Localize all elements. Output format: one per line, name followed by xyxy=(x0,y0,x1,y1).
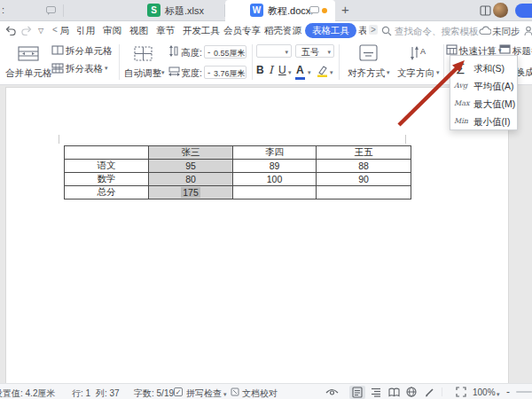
table-cell[interactable]: 89 xyxy=(233,160,317,173)
ink-pen-icon[interactable] xyxy=(424,387,434,397)
height-plus[interactable]: + xyxy=(238,47,243,57)
bold-button[interactable]: B xyxy=(256,64,264,76)
table-cell[interactable]: 100 xyxy=(233,173,317,186)
tab-partial-document[interactable]: : xyxy=(0,0,63,21)
width-minus[interactable]: - xyxy=(207,67,210,77)
font-size-value: 五号 xyxy=(301,46,319,59)
ribbon-tab-section[interactable]: 章节 xyxy=(156,25,175,37)
ribbon-tab-view[interactable]: 视图 xyxy=(129,25,148,37)
ribbon-tab-docer[interactable]: 稻壳资源 xyxy=(264,25,301,37)
chevron-down-icon: ▾ xyxy=(436,69,440,76)
table-cell-selected[interactable]: 张三 xyxy=(149,146,233,160)
collaborate-icon[interactable] xyxy=(524,26,532,36)
split-cells-icon xyxy=(51,45,64,55)
table-cell-selected[interactable]: 175 xyxy=(149,186,233,200)
font-size-combo[interactable]: 五号 ▾ xyxy=(295,44,334,58)
table-cell-selected[interactable]: 95 xyxy=(149,160,233,173)
new-tab-button[interactable]: + xyxy=(341,2,349,17)
split-table-button[interactable]: 拆分表格 ▾ xyxy=(51,62,113,75)
table-cell[interactable]: 王五 xyxy=(317,146,411,160)
height-value[interactable]: 0.55厘米 xyxy=(214,48,237,59)
menu-item-min[interactable]: Min 最小值(I) xyxy=(450,113,517,130)
unsaved-dot xyxy=(322,8,327,13)
ribbon-tab-overflow[interactable]: 表 xyxy=(358,25,366,37)
sync-status[interactable]: 未同步 xyxy=(492,26,520,38)
ribbon-tab-member[interactable]: 会员专享 xyxy=(223,25,261,37)
proofread-button[interactable]: 文档校对 xyxy=(242,387,278,399)
table-cell[interactable]: 数学 xyxy=(65,173,149,186)
split-table-icon xyxy=(51,63,64,74)
width-value[interactable]: 3.76厘米 xyxy=(214,68,237,80)
width-plus[interactable]: + xyxy=(238,67,243,77)
svg-text:A: A xyxy=(420,47,426,56)
font-color-button[interactable]: A xyxy=(296,64,304,76)
document-page[interactable] xyxy=(5,87,509,383)
table-cell[interactable]: 总分 xyxy=(65,186,149,200)
table-cell[interactable]: 语文 xyxy=(65,160,149,173)
height-label: 高度: xyxy=(181,47,202,59)
chevron-down-icon: ▾ xyxy=(327,49,331,56)
font-name-combo[interactable]: ▾ xyxy=(256,44,292,58)
table-cell[interactable]: 88 xyxy=(317,160,411,173)
page-view-icon[interactable] xyxy=(352,387,363,398)
toolbar-separator xyxy=(119,44,120,80)
text-direction-button[interactable]: A 文字方向 ▾ xyxy=(395,42,442,82)
member-pill-button[interactable] xyxy=(515,4,532,18)
ribbon-tab-table-tools[interactable]: 表格工具 xyxy=(305,23,356,38)
chevron-down-icon: ▾ xyxy=(223,391,227,398)
table-cell[interactable] xyxy=(317,186,411,200)
ribbon-tab-review[interactable]: 审阅 xyxy=(103,25,121,37)
quick-calc-icon xyxy=(446,44,458,55)
wps-writer-window: : S 标题.xlsx W 教程.docx + ▽ < xyxy=(0,0,532,399)
menu-item-average[interactable]: Avg 平均值(A) xyxy=(450,77,517,95)
row-height-icon xyxy=(168,45,178,57)
width-stepper[interactable]: - 3.76厘米 + xyxy=(204,66,246,79)
line-indicator: 行: 1 xyxy=(72,387,90,399)
read-view-icon[interactable] xyxy=(388,387,400,397)
align-button[interactable]: 对齐方式 ▾ xyxy=(346,42,392,82)
spellcheck-toggle[interactable]: 拼写检查 xyxy=(186,387,222,399)
highlight-pen-icon[interactable] xyxy=(316,65,329,77)
table-cell[interactable]: 李四 xyxy=(233,146,317,160)
table-cell[interactable]: 90 xyxy=(317,173,411,186)
chevron-down-icon: ▾ xyxy=(285,49,288,56)
redo-icon[interactable] xyxy=(20,26,32,35)
search-input[interactable]: 查找命令、搜索模板 xyxy=(395,26,479,38)
tab-sheet-document[interactable]: S 标题.xlsx xyxy=(64,0,224,21)
italic-button[interactable]: I xyxy=(269,64,273,76)
chevron-down-icon: ▾ xyxy=(497,391,500,398)
auto-fit-button[interactable]: 自动调整 ▾ xyxy=(122,42,165,82)
column-indicator: 列: 37 xyxy=(96,387,120,399)
table-cell[interactable] xyxy=(65,146,149,160)
table-cell-selected[interactable]: 80 xyxy=(149,173,233,186)
undo-icon[interactable] xyxy=(5,26,17,35)
ribbon-tab-reference[interactable]: 引用 xyxy=(76,25,95,37)
eye-protection-icon[interactable] xyxy=(325,388,339,397)
zoom-slider[interactable] xyxy=(516,391,532,393)
fit-page-icon[interactable] xyxy=(456,387,466,397)
ribbon-tab-layout[interactable]: 布局 xyxy=(60,25,73,37)
doc-tab-label: 教程.docx xyxy=(268,4,310,18)
merge-cells-icon xyxy=(18,46,39,61)
zoom-level[interactable]: 100% xyxy=(473,387,496,397)
word-count[interactable]: 字数: 5/19 xyxy=(134,387,174,399)
height-minus[interactable]: - xyxy=(207,47,210,57)
tab-active-document[interactable]: W 教程.docx xyxy=(225,0,335,21)
split-view-icon[interactable] xyxy=(480,5,491,16)
ribbon-scroll-right[interactable]: > xyxy=(369,25,378,35)
split-cells-button[interactable]: 拆分单元格 xyxy=(51,44,113,58)
ribbon-scroll-left[interactable]: < xyxy=(52,25,58,35)
underline-button[interactable]: U xyxy=(278,64,286,76)
merge-cells-button[interactable]: 合并单元格 xyxy=(4,42,51,82)
web-view-icon[interactable] xyxy=(406,387,417,397)
menu-item-sum[interactable]: ∑ 求和(S) xyxy=(450,59,517,77)
ribbon-tab-developer[interactable]: 开发工具 xyxy=(183,25,220,37)
zoom-out-button[interactable]: - xyxy=(506,386,510,398)
customize-toolbar-icon[interactable]: ▽ xyxy=(38,27,43,35)
table-cell[interactable] xyxy=(233,186,317,200)
height-stepper[interactable]: - 0.55厘米 + xyxy=(204,45,246,59)
user-avatar[interactable] xyxy=(493,3,508,18)
spellcheck-checkbox[interactable]: ✓ xyxy=(174,387,183,396)
menu-item-max[interactable]: Max 最大值(M) xyxy=(450,95,517,113)
outline-view-icon[interactable] xyxy=(371,387,381,397)
